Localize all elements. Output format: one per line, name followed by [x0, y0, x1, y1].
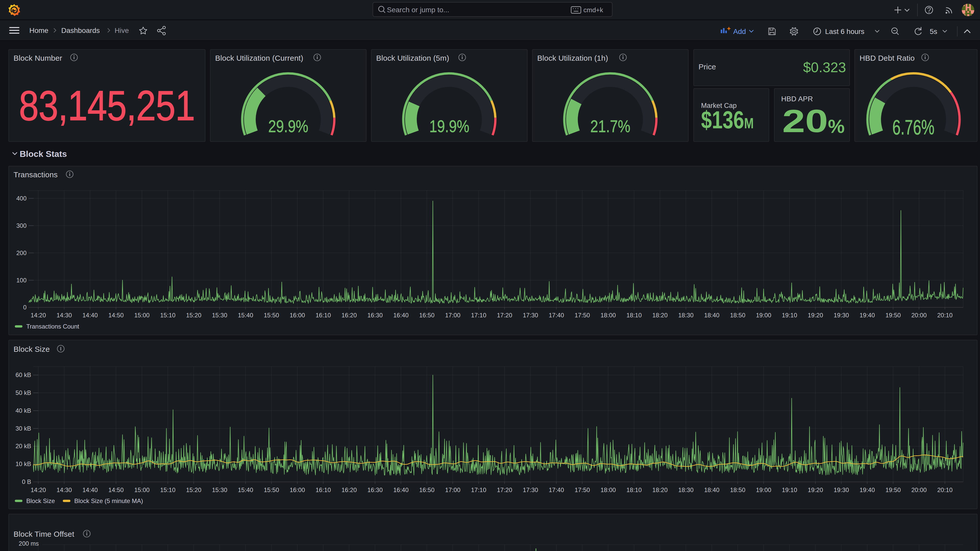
svg-text:17:50: 17:50 — [574, 486, 590, 493]
svg-text:14:30: 14:30 — [56, 486, 72, 493]
svg-text:200 ms: 200 ms — [19, 540, 39, 547]
svg-text:17:10: 17:10 — [471, 312, 486, 319]
svg-text:19:50: 19:50 — [885, 486, 900, 493]
svg-text:100: 100 — [16, 277, 27, 284]
svg-text:17:00: 17:00 — [445, 312, 460, 319]
svg-text:19:40: 19:40 — [859, 312, 875, 319]
svg-text:20:00: 20:00 — [912, 312, 927, 319]
svg-text:16:50: 16:50 — [419, 486, 434, 493]
svg-text:18:50: 18:50 — [730, 486, 745, 493]
svg-text:19:00: 19:00 — [756, 312, 771, 319]
svg-text:18:30: 18:30 — [678, 486, 694, 493]
svg-text:19:10: 19:10 — [782, 486, 797, 493]
svg-text:18:00: 18:00 — [600, 486, 616, 493]
svg-text:15:00: 15:00 — [134, 486, 150, 493]
svg-text:14:40: 14:40 — [83, 486, 98, 493]
svg-text:20:10: 20:10 — [937, 312, 953, 319]
svg-text:17:50: 17:50 — [574, 312, 590, 319]
svg-text:20 kB: 20 kB — [16, 443, 31, 449]
svg-text:18:40: 18:40 — [704, 486, 719, 493]
svg-text:18:30: 18:30 — [678, 312, 694, 319]
svg-text:19:30: 19:30 — [834, 312, 849, 319]
svg-text:18:50: 18:50 — [730, 312, 745, 319]
svg-text:60 kB: 60 kB — [16, 372, 31, 378]
svg-text:16:00: 16:00 — [290, 486, 305, 493]
svg-text:16:20: 16:20 — [342, 312, 357, 319]
svg-text:20:00: 20:00 — [912, 486, 927, 493]
svg-text:14:20: 14:20 — [30, 486, 46, 493]
svg-text:15:40: 15:40 — [238, 312, 253, 319]
svg-text:50 kB: 50 kB — [16, 389, 31, 396]
svg-text:14:50: 14:50 — [108, 312, 124, 319]
svg-text:19:40: 19:40 — [859, 486, 875, 493]
svg-text:16:30: 16:30 — [367, 312, 383, 319]
svg-text:19:50: 19:50 — [885, 312, 900, 319]
svg-text:15:50: 15:50 — [264, 312, 279, 319]
svg-text:15:10: 15:10 — [160, 486, 175, 493]
svg-text:16:10: 16:10 — [315, 312, 331, 319]
svg-text:15:30: 15:30 — [212, 486, 227, 493]
svg-text:15:00: 15:00 — [134, 312, 150, 319]
svg-text:14:20: 14:20 — [30, 312, 46, 319]
svg-text:17:20: 17:20 — [497, 486, 512, 493]
svg-text:Block Size (5 minute MA): Block Size (5 minute MA) — [74, 497, 143, 504]
svg-text:15:20: 15:20 — [186, 486, 201, 493]
svg-text:16:30: 16:30 — [367, 486, 383, 493]
svg-text:18:20: 18:20 — [652, 312, 668, 319]
svg-text:300: 300 — [16, 222, 27, 229]
svg-text:14:30: 14:30 — [56, 312, 72, 319]
svg-text:15:40: 15:40 — [238, 486, 253, 493]
svg-text:Block Size: Block Size — [26, 497, 55, 504]
svg-text:15:20: 15:20 — [186, 312, 201, 319]
svg-text:17:30: 17:30 — [523, 486, 538, 493]
svg-text:19:30: 19:30 — [834, 486, 849, 493]
svg-text:Transactions Count: Transactions Count — [26, 323, 80, 330]
svg-text:15:10: 15:10 — [160, 312, 175, 319]
svg-text:40 kB: 40 kB — [16, 407, 31, 414]
svg-text:18:20: 18:20 — [652, 486, 668, 493]
svg-text:16:40: 16:40 — [393, 312, 409, 319]
svg-text:14:40: 14:40 — [83, 312, 98, 319]
svg-text:17:40: 17:40 — [549, 312, 564, 319]
svg-text:16:20: 16:20 — [342, 486, 357, 493]
svg-text:200: 200 — [16, 249, 27, 256]
svg-text:17:30: 17:30 — [523, 312, 538, 319]
svg-text:18:10: 18:10 — [626, 486, 641, 493]
svg-text:19:20: 19:20 — [808, 312, 823, 319]
svg-text:Add: Add — [733, 27, 746, 35]
svg-text:19:10: 19:10 — [782, 312, 797, 319]
svg-text:20:10: 20:10 — [937, 486, 953, 493]
svg-text:18:10: 18:10 — [626, 312, 641, 319]
svg-text:17:20: 17:20 — [497, 312, 512, 319]
svg-text:0 B: 0 B — [22, 478, 31, 485]
svg-text:0: 0 — [23, 304, 27, 311]
svg-text:17:00: 17:00 — [445, 486, 460, 493]
svg-text:16:50: 16:50 — [419, 312, 434, 319]
svg-text:Last 6 hours: Last 6 hours — [825, 27, 864, 35]
svg-text:18:40: 18:40 — [704, 312, 719, 319]
svg-text:19:00: 19:00 — [756, 486, 771, 493]
svg-text:16:40: 16:40 — [393, 486, 409, 493]
svg-text:16:00: 16:00 — [290, 312, 305, 319]
svg-text:10 kB: 10 kB — [16, 460, 31, 467]
svg-text:30 kB: 30 kB — [16, 425, 31, 432]
svg-text:15:30: 15:30 — [212, 312, 227, 319]
svg-text:17:10: 17:10 — [471, 486, 486, 493]
svg-text:400: 400 — [16, 195, 27, 202]
svg-text:19:20: 19:20 — [808, 486, 823, 493]
svg-text:15:50: 15:50 — [264, 486, 279, 493]
svg-text:17:40: 17:40 — [549, 486, 564, 493]
svg-text:5s: 5s — [930, 27, 937, 35]
svg-text:14:50: 14:50 — [108, 486, 124, 493]
svg-text:18:00: 18:00 — [600, 312, 616, 319]
svg-text:16:10: 16:10 — [315, 486, 331, 493]
